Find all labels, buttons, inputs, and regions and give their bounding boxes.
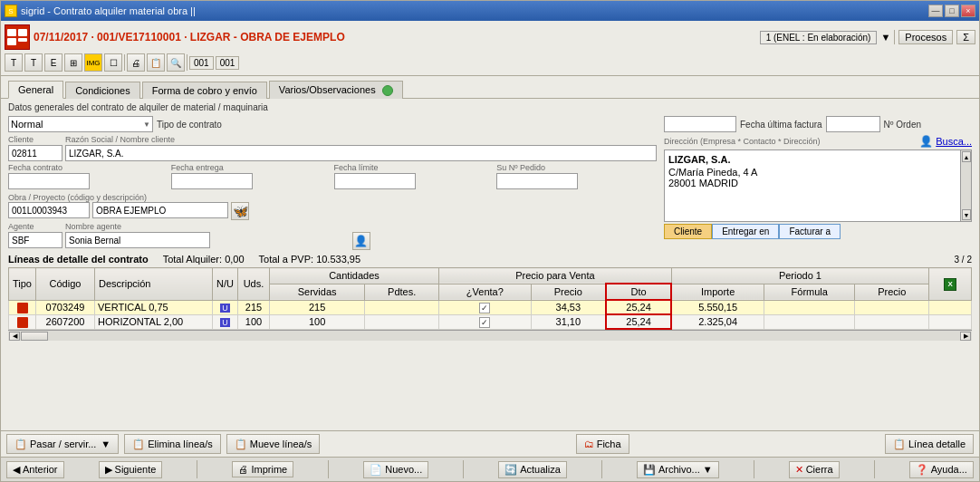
cliente-input[interactable] [8, 145, 62, 161]
pasar-arrow[interactable]: ▼ [101, 439, 110, 449]
content-area: Datos generales del contrato de alquiler… [1, 99, 979, 430]
su-no-pedido-input[interactable] [496, 173, 578, 189]
col-header-periodo1: Periodo 1 [671, 268, 928, 284]
fecha-contrato-input[interactable] [8, 173, 90, 189]
facturar-button[interactable]: Facturar a [779, 224, 841, 239]
maximize-button[interactable]: □ [945, 5, 959, 17]
ayuda-button[interactable]: ❓ Ayuda... [909, 461, 974, 478]
obra-code-input[interactable] [8, 202, 90, 218]
no-orden-value[interactable] [826, 116, 880, 132]
col-header-nu: N/U [213, 268, 238, 301]
fecha-ultima-factura-value[interactable] [664, 116, 736, 132]
cliente-button[interactable]: Cliente [664, 224, 712, 239]
box-001-1[interactable]: 001 [189, 56, 214, 70]
obra-desc-input[interactable] [92, 202, 228, 218]
cell-pdtes [365, 314, 439, 329]
tab-indicator [382, 85, 393, 96]
ficha-icon: 🗂 [584, 439, 594, 449]
table-wrapper: Tipo Código Descripción N/U Uds. Cantida… [8, 267, 972, 341]
cell-codigo: 0703249 [36, 300, 95, 314]
linea-detalle-button[interactable]: 📋 Línea detalle [885, 434, 974, 454]
agente-input[interactable] [8, 232, 62, 248]
cell-formula [764, 314, 855, 329]
icon-btn-2[interactable]: T [24, 53, 43, 72]
scroll-right-btn[interactable]: ▶ [960, 332, 971, 341]
busca-link[interactable]: 👤 Busca... [919, 135, 972, 148]
actualiza-button[interactable]: 🔄 Actualiza [498, 461, 567, 478]
excel-icon: X [944, 278, 956, 291]
icon-btn-img[interactable]: IMG [84, 53, 102, 72]
col-header-uds: Uds. [237, 268, 269, 301]
agente-icon[interactable]: 👤 [352, 232, 370, 250]
bottom-bar: 📋 Pasar / servir... ▼ 📋 Elimina línea/s … [1, 430, 979, 457]
svg-rect-4 [18, 38, 27, 42]
pasar-servir-button[interactable]: 📋 Pasar / servir... ▼ [6, 434, 119, 454]
icon-btn-e[interactable]: E [44, 53, 62, 72]
dropdown-icon[interactable]: ▼ [880, 32, 890, 43]
nuevo-button[interactable]: 📄 Nuevo... [363, 461, 428, 478]
obra-search-icon[interactable]: 🦋 [231, 202, 249, 220]
tipo-contrato-select[interactable]: Normal ▼ [8, 116, 153, 132]
cierra-button[interactable]: ✕ Cierra [789, 461, 840, 478]
svg-rect-1 [7, 29, 16, 36]
procesos-button[interactable]: Procesos [898, 30, 953, 44]
main-window: S sigrid - Contrato alquiler material ob… [0, 0, 980, 482]
total-alquiler: Total Alquiler: 0,00 [163, 254, 245, 265]
box-001-2[interactable]: 001 [216, 56, 240, 70]
tab-general[interactable]: General [8, 81, 63, 99]
tab-varios[interactable]: Varios/Observaciones [269, 81, 403, 99]
cell-desc: HORIZONTAL 2,00 [95, 314, 213, 329]
window-title: sigrid - Contrato alquiler material obra… [21, 5, 196, 16]
minimize-button[interactable]: — [928, 5, 943, 17]
tab-forma-cobro[interactable]: Forma de cobro y envío [142, 82, 267, 99]
close-button[interactable]: × [961, 5, 975, 17]
cell-formula [764, 300, 855, 314]
icon-btn-6[interactable]: 📋 [147, 53, 165, 72]
imprime-button[interactable]: 🖨 Imprime [232, 461, 293, 477]
footer-bar: ◀ Anterior ▶ Siguiente 🖨 Imprime 📄 Nuevo… [1, 457, 979, 481]
mueve-button[interactable]: 📋 Mueve línea/s [226, 434, 320, 454]
col-header-pdtes: Pdtes. [365, 284, 439, 300]
archivo-icon: 💾 [643, 464, 656, 476]
razon-social-input[interactable] [65, 145, 657, 161]
scroll-left-btn[interactable]: ◀ [9, 332, 20, 341]
icon-btn-5[interactable]: ☐ [104, 53, 122, 72]
nombre-agente-input[interactable] [65, 232, 210, 248]
checkbox-venta-1[interactable] [479, 303, 490, 313]
fecha-limite-label: Fecha límite [334, 163, 495, 172]
icon-btn-1[interactable]: T [5, 53, 23, 72]
obra-label: Obra / Proyecto (código y descripción) [8, 193, 147, 202]
fecha-entrega-input[interactable] [171, 173, 253, 189]
col-header-cantidades: Cantidades [269, 268, 438, 284]
icon-btn-grid[interactable]: ⊞ [64, 53, 82, 72]
tab-condiciones[interactable]: Condiciones [65, 82, 140, 99]
app-icon: S [5, 5, 17, 17]
siguiente-icon: ▶ [105, 464, 112, 476]
sigma-button[interactable]: Σ [956, 30, 975, 44]
icon-btn-7[interactable]: 🔍 [167, 53, 185, 72]
icon-btn-print[interactable]: 🖨 [127, 53, 145, 72]
direccion-label: Dirección (Empresa * Contacto * Direcció… [664, 137, 821, 146]
col-header-excel[interactable]: X [929, 268, 972, 301]
elimina-button[interactable]: 📋 Elimina línea/s [124, 434, 221, 454]
entregar-button[interactable]: Entregar en [712, 224, 779, 239]
scroll-thumb[interactable] [21, 332, 48, 341]
ficha-button[interactable]: 🗂 Ficha [576, 434, 629, 454]
fecha-limite-input[interactable] [334, 173, 416, 189]
table-section: Líneas de detalle del contrato Total Alq… [8, 254, 972, 341]
address-box: LIZGAR, S.A. C/María Pineda, 4 A 28001 M… [664, 149, 972, 222]
cell-desc: VERTICAL 0,75 [95, 300, 213, 314]
archivo-button[interactable]: 💾 Archivo... ▼ [637, 461, 719, 478]
siguiente-button[interactable]: ▶ Siguiente [99, 461, 163, 478]
cliente-label: Cliente [8, 135, 62, 144]
col-header-dto: Dto [606, 284, 671, 300]
anterior-button[interactable]: ◀ Anterior [6, 461, 64, 478]
archivo-arrow[interactable]: ▼ [703, 464, 713, 475]
col-header-servidas: Servidas [269, 284, 364, 300]
elimina-icon: 📋 [132, 439, 145, 450]
anterior-icon: ◀ [13, 464, 20, 476]
linea-icon: 📋 [893, 439, 906, 450]
cell-nu: U [213, 300, 238, 314]
cell-servidas: 215 [269, 300, 364, 314]
checkbox-venta-2[interactable] [479, 317, 490, 328]
